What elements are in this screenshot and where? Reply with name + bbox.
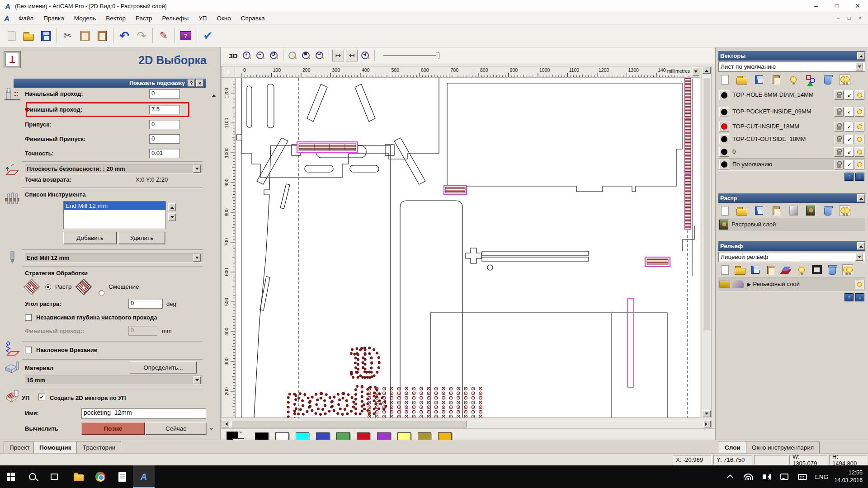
toggle-3d-view-button[interactable]: 3D — [227, 50, 239, 61]
new-relief-layer-button[interactable] — [719, 264, 730, 275]
save-button[interactable] — [37, 27, 54, 45]
snap-icon[interactable]: ↙ — [844, 122, 854, 131]
taskbar-chrome-button[interactable] — [90, 465, 111, 488]
toggle-visibility-button[interactable] — [788, 74, 799, 85]
visibility-bulb-icon[interactable] — [855, 147, 864, 157]
zoom-in-button[interactable]: + — [241, 50, 253, 61]
menu-file[interactable]: Файл — [14, 13, 38, 23]
vertical-scroll-thumb[interactable] — [703, 77, 710, 330]
tray-volume-button[interactable] — [757, 465, 775, 488]
open-layer-button[interactable] — [736, 74, 747, 85]
selected-vector-strip[interactable] — [627, 299, 633, 387]
taskbar-artcam-button[interactable]: A — [133, 465, 155, 488]
layer-name[interactable]: TOP-CUT-OUTSIDE_18MM — [729, 136, 834, 143]
delete-raster-layer-button[interactable] — [822, 205, 833, 216]
merge-relief-button[interactable] — [765, 264, 776, 275]
relief-stack-button[interactable] — [781, 264, 792, 275]
link-views-back-button[interactable]: ↤ — [346, 50, 358, 61]
start-button[interactable] — [0, 465, 22, 488]
relief-dropdown[interactable]: Лицевой рельеф — [718, 252, 865, 262]
taskbar-clock[interactable]: 12:55 14.03.2016 — [831, 469, 868, 484]
vectors-section-header[interactable]: Векторы — [718, 51, 865, 61]
ramp-checkbox[interactable] — [25, 347, 32, 353]
lock-icon[interactable] — [834, 107, 844, 117]
vector-layer-row-selected[interactable]: По умолчанию ↙ — [718, 158, 865, 171]
vector-shapes-button[interactable] — [805, 74, 816, 85]
sheet-dropdown[interactable]: Лист по умолчанию — [718, 61, 865, 72]
finish-allowance-input[interactable]: 0 — [149, 134, 180, 144]
independent-depth-checkbox[interactable] — [25, 314, 32, 321]
pan-zoom-button[interactable]: ◂ — [359, 50, 371, 61]
tab-assistant[interactable]: Помощник — [33, 441, 77, 454]
raster-section-header[interactable]: Растр — [718, 193, 865, 203]
zoom-slider[interactable] — [383, 55, 438, 56]
add-tool-button[interactable]: Добавить — [63, 232, 117, 244]
menu-toolpaths[interactable]: УП — [193, 13, 212, 23]
tray-keyboard-button[interactable] — [793, 465, 811, 488]
tolerance-input[interactable]: 0.01 — [149, 149, 180, 158]
cut-button[interactable]: ✂ — [59, 27, 76, 45]
vector-layer-row[interactable]: TOP-HOLE-6MM-DIAM_14MM ↙ — [718, 87, 865, 103]
allowance-input[interactable]: 0 — [149, 120, 180, 129]
layer-name[interactable]: TOP-HOLE-6MM-DIAM_14MM — [729, 92, 834, 99]
raster-angle-input[interactable]: 0 — [128, 299, 163, 309]
tab-toolbox-window[interactable]: Окно инструментария — [746, 441, 820, 454]
show-tip-label[interactable]: Показать подсказку — [129, 80, 185, 86]
new-raster-layer-button[interactable] — [719, 205, 730, 216]
merge-raster-button[interactable] — [771, 205, 782, 216]
help-button[interactable]: ? — [177, 27, 194, 45]
toolpath-name-input[interactable]: pocketing_12mm — [81, 408, 206, 419]
material-expand-button[interactable] — [193, 376, 201, 384]
taskbar-search-button[interactable] — [22, 465, 43, 488]
zoom-out-button[interactable]: − — [255, 50, 266, 61]
taskbar-explorer-button[interactable] — [68, 465, 90, 488]
relief-all-visible-button[interactable] — [842, 264, 853, 275]
2d-view-canvas[interactable]: 10 4looq — [235, 78, 700, 418]
zoom-slider-handle[interactable] — [436, 52, 439, 59]
toolpath-preview-selected[interactable] — [297, 142, 358, 152]
tab-layers[interactable]: Слои — [719, 441, 746, 454]
horizontal-scroll-thumb[interactable] — [231, 421, 467, 427]
raster-radio-label[interactable]: Растр — [55, 283, 72, 290]
open-relief-layer-button[interactable] — [735, 264, 745, 275]
tray-network-button[interactable] — [739, 465, 757, 488]
snap-icon[interactable]: ↙ — [844, 107, 854, 117]
menu-edit[interactable]: Правка — [38, 13, 69, 23]
link-views-button[interactable]: ↦ — [332, 50, 344, 61]
relief-move-down-button[interactable]: ↓ — [855, 293, 864, 301]
relief-move-up-button[interactable]: ↑ — [844, 293, 854, 301]
tab-toolpaths[interactable]: Траектории — [77, 441, 121, 454]
toolpath-preview-small[interactable] — [444, 186, 467, 194]
lock-icon[interactable] — [834, 135, 844, 144]
tray-expand-button[interactable] — [721, 465, 739, 488]
raster-all-visible-button[interactable] — [840, 205, 850, 216]
relief-dropdown-arrow[interactable] — [855, 253, 863, 261]
gradient-layer-button[interactable] — [788, 205, 799, 216]
vector-layer-row[interactable]: TOP-CUT-OUTSIDE_18MM ↙ — [718, 133, 865, 145]
offset-radio-label[interactable]: Смещение — [108, 283, 139, 290]
scroll-up-arrow[interactable] — [703, 67, 711, 74]
layer-color-button[interactable] — [719, 160, 729, 169]
lock-icon[interactable] — [834, 147, 844, 157]
layer-color-button[interactable] — [719, 90, 729, 100]
snap-icon[interactable]: ↙ — [844, 90, 854, 100]
vector-layer-row[interactable]: 0 ↙ — [718, 145, 865, 158]
tool-move-up-button[interactable] — [168, 203, 176, 211]
move-layer-up-button[interactable]: ↑ — [844, 173, 854, 181]
merge-layers-button[interactable] — [771, 74, 782, 85]
mdi-restore-button[interactable]: □ — [844, 14, 854, 23]
zoom-fit-button[interactable]: ⊡ — [314, 50, 326, 61]
visibility-bulb-icon[interactable] — [855, 90, 864, 100]
save-relief-layer-button[interactable] — [750, 264, 761, 275]
raster-radio[interactable] — [45, 284, 51, 290]
layer-name[interactable]: 0 — [729, 149, 834, 155]
open-raster-layer-button[interactable] — [736, 205, 747, 216]
snap-icon[interactable]: ↙ — [844, 135, 854, 144]
offset-radio[interactable] — [99, 290, 104, 296]
menu-window[interactable]: Окно — [212, 13, 236, 23]
mdi-close-button[interactable]: × — [854, 14, 865, 23]
vector-layer-row[interactable]: TOP-POCKET-INSIDE_09MM ↙ — [718, 103, 865, 120]
layer-name[interactable]: По умолчанию — [729, 161, 834, 168]
relief-visibility-button[interactable] — [796, 264, 807, 275]
options-button[interactable]: ✔ — [199, 27, 217, 45]
